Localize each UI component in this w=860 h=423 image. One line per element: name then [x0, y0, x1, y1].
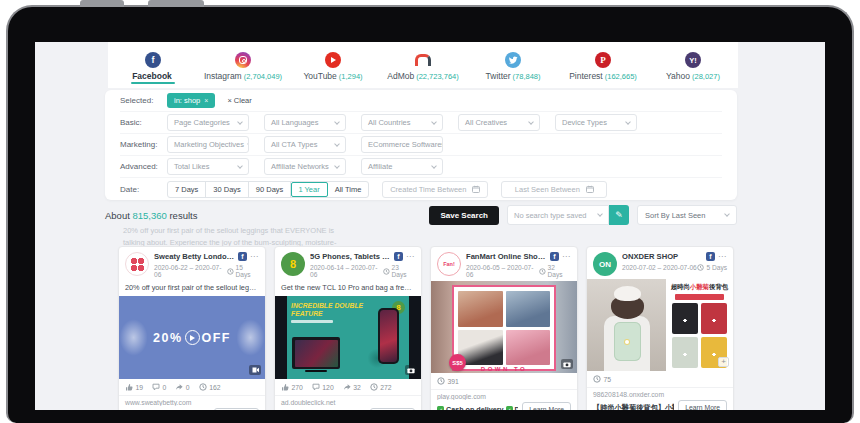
created-time-input[interactable]: Created Time Between: [382, 181, 488, 198]
ad-card-fanmart[interactable]: Fan! FanMart Online Shopping - F... f ⋯ …: [430, 246, 578, 410]
creative-subline: [291, 320, 333, 323]
days-active: 23 Days: [392, 264, 415, 278]
tab-label: Pinterest: [569, 71, 603, 81]
ad-creative-video[interactable]: 20%OFF: [119, 296, 265, 379]
image-type-icon: [405, 365, 417, 375]
yahoo-icon: Y!: [685, 52, 701, 68]
chevron-down-icon: [237, 119, 243, 125]
app-screen: f Facebook Instagram(2,704,049) YouTube(…: [35, 42, 825, 410]
time-count: 272: [380, 384, 391, 391]
device-types-select[interactable]: Device Types: [555, 114, 637, 131]
tv-graphic: [292, 337, 340, 369]
date-range: 2020-06-14 – 2020-07-06: [310, 264, 383, 278]
languages-select[interactable]: All Languages: [264, 114, 346, 131]
tab-pinterest[interactable]: P Pinterest(162,665): [558, 42, 648, 88]
created-time-placeholder: Created Time Between: [390, 185, 466, 194]
ad-domain[interactable]: play.google.com: [431, 390, 577, 400]
advanced-label: Advanced:: [120, 162, 167, 171]
cta-button[interactable]: Learn More: [522, 402, 571, 410]
expand-icon[interactable]: +: [718, 357, 729, 367]
sort-select[interactable]: Sort By Last Seen: [637, 205, 737, 225]
tab-youtube[interactable]: YouTube(1,294): [288, 42, 378, 88]
avatar: Fan!: [437, 252, 461, 276]
cta-button[interactable]: Shop Now: [370, 408, 415, 410]
ad-creative-image[interactable]: 超時尚小雛菊後背包 +: [587, 279, 733, 371]
ad-card-onxder[interactable]: ON ONXDER SHOP f ⋯ 2020-07-02 – 2020-07-…: [586, 246, 734, 410]
date-30-days[interactable]: 30 Days: [206, 182, 249, 197]
ad-domain[interactable]: 986208148.onxder.com: [587, 388, 733, 398]
date-90-days[interactable]: 90 Days: [249, 182, 292, 197]
tag-close-icon[interactable]: ×: [204, 97, 208, 104]
tab-instagram[interactable]: Instagram(2,704,049): [198, 42, 288, 88]
ad-creative-image[interactable]: INCREDIBLE DOUBLEFEATURE 8: [275, 296, 421, 379]
cta-button[interactable]: Shop Now: [214, 408, 259, 410]
tab-facebook[interactable]: f Facebook: [108, 42, 198, 88]
tab-label: YouTube: [303, 71, 336, 81]
instagram-icon: [235, 52, 251, 68]
countries-select[interactable]: All Countries: [361, 114, 443, 131]
ad-card-sweaty-betty[interactable]: Sweaty Betty London | Wom... f ⋯ 2020-06…: [118, 246, 266, 410]
selected-filter-tag[interactable]: in: shop×: [167, 93, 215, 108]
creatives-select[interactable]: All Creatives: [458, 114, 540, 131]
play-icon[interactable]: [185, 330, 200, 345]
pencil-icon: ✎: [615, 210, 623, 220]
creative-caption: DOWN TO: [431, 366, 577, 372]
chevron-down-icon: [597, 211, 603, 217]
facebook-icon: f: [550, 252, 559, 261]
stats-row: 391: [431, 373, 577, 390]
page-name[interactable]: ONXDER SHOP: [622, 252, 703, 261]
avatar: 8: [281, 252, 305, 276]
image-type-icon: [561, 359, 573, 369]
chevron-down-icon: [237, 163, 243, 169]
time-count: 75: [604, 376, 612, 383]
more-menu-icon[interactable]: ⋯: [250, 255, 259, 259]
page-name[interactable]: Sweaty Betty London | Wom...: [154, 252, 235, 261]
facebook-icon: f: [238, 252, 247, 261]
selected-label: Selected:: [120, 96, 167, 105]
last-seen-input[interactable]: Last Seen Between: [501, 181, 607, 198]
filter-row-selected: Selected: in: shop× × Clear: [120, 90, 722, 112]
more-menu-icon[interactable]: ⋯: [718, 255, 727, 259]
page-categories-select[interactable]: Page Categories: [167, 114, 249, 131]
tab-twitter[interactable]: Twitter(78,848): [468, 42, 558, 88]
share-icon: [343, 383, 351, 391]
more-menu-icon[interactable]: ⋯: [406, 255, 415, 259]
ad-creative-image[interactable]: S$5 DOWN TO: [431, 281, 577, 373]
tab-label: AdMob: [387, 71, 414, 81]
ecommerce-softwares-select[interactable]: ECommerce Softwares: [361, 136, 443, 153]
date-1-year[interactable]: 1 Year: [291, 182, 327, 197]
affiliate-networks-select[interactable]: Affiliate Networks: [264, 158, 346, 175]
promo-overlay: 20%OFF: [153, 330, 231, 345]
ad-card-ee-5g[interactable]: 8 5G Phones, Tablets & SIMs | ... f ⋯ 20…: [274, 246, 422, 410]
avatar: ON: [593, 252, 617, 276]
shoe-collage: [452, 285, 556, 371]
tab-yahoo[interactable]: Y! Yahoo(28,027): [648, 42, 738, 88]
page-name[interactable]: FanMart Online Shopping - F...: [466, 252, 547, 261]
affiliate-select[interactable]: Affiliate: [361, 158, 443, 175]
clear-filters-link[interactable]: × Clear: [227, 96, 251, 105]
edit-saved-search-button[interactable]: ✎: [609, 205, 629, 225]
ad-domain[interactable]: ad.doubleclick.net: [275, 396, 421, 406]
saved-search-select[interactable]: No search type saved: [507, 205, 609, 225]
admob-icon: [415, 52, 431, 68]
cta-button[interactable]: Learn More: [678, 400, 727, 410]
total-likes-select[interactable]: Total Likes: [167, 158, 249, 175]
chevron-down-icon: [528, 119, 534, 125]
ad-domain[interactable]: www.sweatybetty.com: [119, 396, 265, 406]
cta-types-select[interactable]: All CTA Types: [264, 136, 346, 153]
marketing-objectives-select[interactable]: Marketing Objectives: [167, 136, 249, 153]
date-7-days[interactable]: 7 Days: [168, 182, 206, 197]
share-icon: [175, 383, 183, 391]
stats-row: 19 0 0 162: [119, 379, 265, 396]
more-menu-icon[interactable]: ⋯: [562, 255, 571, 259]
tab-admob[interactable]: AdMob(22,723,764): [378, 42, 468, 88]
clock-icon: [383, 268, 390, 275]
page-name[interactable]: 5G Phones, Tablets & SIMs | ...: [310, 252, 391, 261]
tag-text: in: shop: [174, 96, 200, 105]
results-count: 815,360: [132, 210, 166, 221]
check-icon: [437, 406, 444, 410]
date-all-time[interactable]: All Time: [328, 182, 369, 197]
results-grid: Sweaty Betty London | Wom... f ⋯ 2020-06…: [118, 246, 734, 410]
ad-text: 20% off your first pair of the sellout l…: [119, 281, 265, 296]
save-search-button[interactable]: Save Search: [429, 206, 499, 225]
